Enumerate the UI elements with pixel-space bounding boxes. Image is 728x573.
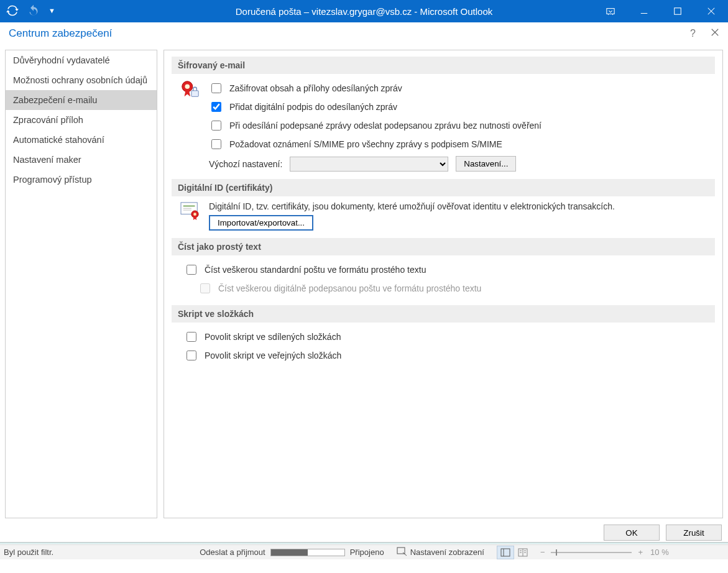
status-bar: Byl použit filtr. Odeslat a přijmout Při… [0, 544, 728, 559]
checkbox-encrypt-contents[interactable]: Zašifrovat obsah a přílohy odesílaných z… [209, 79, 715, 98]
content-pane: Šifrovaný e-mail Zašifrovat obsah a příl… [164, 50, 723, 518]
checkbox-read-standard-plaintext[interactable]: Číst veškerou standardní poštu ve formát… [184, 260, 715, 279]
settings-button[interactable]: Nastavení... [456, 156, 516, 172]
checkbox-read-signed-plaintext: Číst veškerou digitálně podepsanou poštu… [198, 279, 715, 298]
dialog-header: Centrum zabezpečení ? [0, 22, 728, 45]
sidebar-item-automatic-download[interactable]: Automatické stahování [6, 130, 157, 150]
checkbox-script-public-folders[interactable]: Povolit skript ve veřejných složkách [184, 346, 715, 365]
checkbox-send-cleartext-signed[interactable]: Při odesílání podepsané zprávy odeslat p… [209, 116, 715, 135]
sidebar-item-email-security[interactable]: Zabezpečení e-mailu [6, 90, 157, 110]
ok-button[interactable]: OK [604, 525, 660, 541]
checkbox-script-shared-folders[interactable]: Povolit skript ve sdílených složkách [184, 328, 715, 346]
section-script-title: Skript ve složkách [172, 305, 715, 323]
zoom-slider[interactable] [551, 552, 632, 553]
section-encrypted-title: Šifrovaný e-mail [172, 57, 715, 74]
sidebar-item-trusted-publishers[interactable]: Důvěryhodní vydavatelé [6, 50, 157, 70]
cancel-button[interactable]: Zrušit [666, 525, 722, 541]
sidebar-item-programmatic-access[interactable]: Programový přístup [6, 170, 157, 190]
status-sendreceive: Odeslat a přijmout [200, 548, 265, 557]
ribbon-seal-icon [180, 79, 201, 102]
digitalid-description: Digitální ID, tzv. certifikáty, jsou dok… [209, 201, 715, 215]
view-settings-label[interactable]: Nastavení zobrazení [410, 548, 484, 557]
svg-rect-17 [501, 549, 510, 556]
status-connected: Připojeno [350, 548, 384, 557]
dialog-title: Centrum zabezpečení [9, 27, 112, 40]
certificate-icon [180, 201, 201, 222]
status-filter: Byl použit filtr. [4, 548, 53, 557]
default-setting-label: Výchozí nastavení: [209, 159, 282, 169]
section-plaintext-title: Číst jako prostý text [172, 238, 715, 255]
zoom-out-icon[interactable]: − [540, 548, 545, 557]
import-export-button[interactable]: Importovat/exportovat... [209, 215, 313, 231]
window-titlebar: ▼ Doručená pošta – vitezslav.grygar@vsb.… [0, 0, 728, 22]
dialog-close-icon[interactable] [711, 27, 719, 40]
svg-point-8 [185, 85, 190, 89]
window-title: Doručená pošta – vitezslav.grygar@vsb.cz… [0, 6, 728, 17]
sidebar-item-privacy-options[interactable]: Možnosti ochrany osobních údajů [6, 70, 157, 90]
view-settings-icon[interactable] [397, 546, 408, 558]
sidebar-item-macro-settings[interactable]: Nastavení maker [6, 150, 157, 170]
zoom-level: 10 % [650, 548, 669, 557]
default-setting-select[interactable] [290, 157, 448, 172]
checkbox-add-signature[interactable]: Přidat digitální podpis do odesílaných z… [209, 98, 715, 116]
sidebar: Důvěryhodní vydavatelé Možnosti ochrany … [5, 50, 157, 518]
view-reading-icon[interactable] [514, 546, 532, 559]
section-digitalid-title: Digitální ID (certifikáty) [172, 179, 715, 196]
svg-rect-9 [191, 91, 198, 96]
progress-bar [270, 549, 345, 556]
sidebar-item-attachment-handling[interactable]: Zpracování příloh [6, 110, 157, 130]
svg-point-15 [193, 213, 196, 216]
help-icon[interactable]: ? [690, 28, 696, 39]
checkbox-request-smime-receipt[interactable]: Požadovat oznámení S/MIME pro všechny zp… [209, 135, 715, 154]
zoom-in-icon[interactable]: + [638, 548, 643, 557]
view-normal-icon[interactable] [497, 546, 514, 559]
